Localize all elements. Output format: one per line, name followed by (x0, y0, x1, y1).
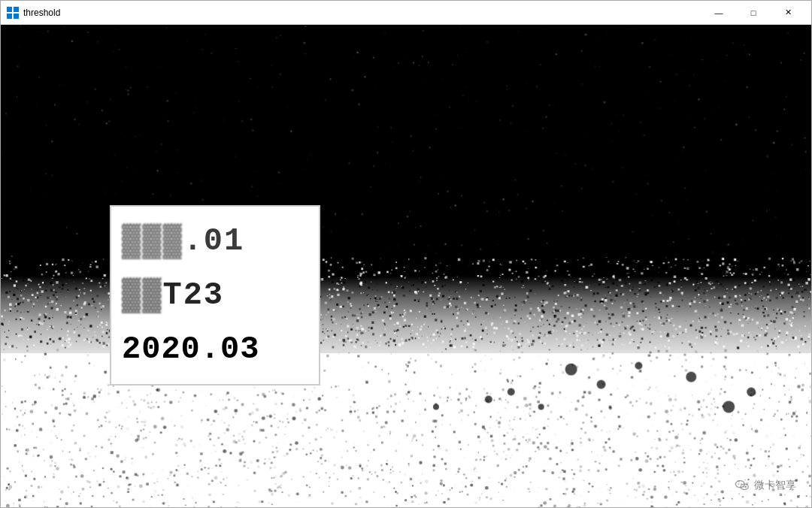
watermark-text: 微卡智享 (754, 479, 796, 492)
watermark: 微卡智享 (734, 477, 796, 494)
text-line-2: ▓▓T23 (122, 280, 308, 311)
app-icon (7, 7, 19, 19)
content-area: ▓▓▓.01 ▓▓T23 2020.03 微卡智享 (1, 25, 811, 507)
close-button[interactable]: ✕ (771, 1, 805, 25)
wechat-icon (734, 477, 750, 494)
maximize-button[interactable]: □ (736, 1, 771, 25)
svg-rect-0 (7, 7, 12, 12)
svg-point-9 (745, 486, 747, 488)
svg-rect-1 (14, 7, 19, 12)
window-title: threshold (23, 8, 701, 18)
titlebar: threshold — □ ✕ (1, 1, 811, 25)
minimize-button[interactable]: — (701, 1, 736, 25)
text-line-3: 2020.03 (122, 334, 308, 365)
window: threshold — □ ✕ ▓▓▓.01 ▓▓T23 2020.03 (0, 0, 812, 508)
text-box: ▓▓▓.01 ▓▓T23 2020.03 (110, 205, 320, 386)
window-controls: — □ ✕ (701, 1, 805, 25)
svg-rect-2 (7, 14, 12, 19)
svg-point-5 (738, 483, 740, 485)
text-line-1: ▓▓▓.01 (122, 225, 308, 257)
svg-rect-3 (14, 14, 19, 19)
svg-point-8 (743, 486, 744, 488)
